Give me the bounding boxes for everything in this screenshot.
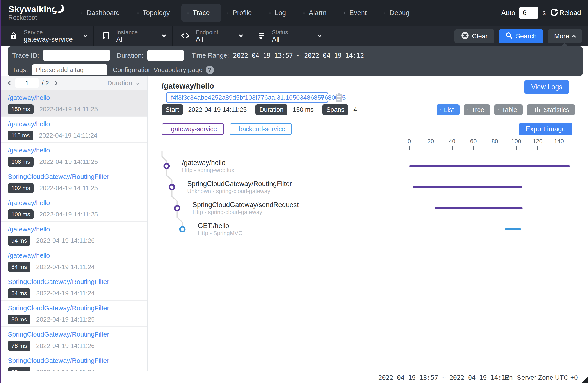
filter-label: Status — [272, 29, 288, 36]
trace-list-item[interactable]: SpringCloudGateway/RoutingFilter80 ms202… — [1, 301, 147, 327]
trace-item-name[interactable]: /gateway/hello — [8, 120, 143, 128]
trace-item-name[interactable]: /gateway/hello — [8, 199, 143, 207]
view-logs-button[interactable]: View Logs — [524, 80, 569, 94]
reload-button[interactable]: Reload — [550, 8, 581, 18]
trace-item-time: 2022-04-19 14:11:26 — [36, 342, 95, 349]
nav-item-event[interactable]: Event — [338, 4, 378, 22]
clipboard-icon[interactable] — [334, 92, 344, 104]
trace-list-item[interactable]: SpringCloudGateway/RoutingFilter78 ms202… — [1, 327, 147, 353]
nav-item-topology[interactable]: Topology — [131, 4, 181, 22]
span-bar[interactable] — [505, 228, 521, 230]
span-name[interactable]: SpringCloudGateway/sendRequest — [192, 201, 299, 209]
trace-title: /gateway/hello — [162, 81, 214, 90]
auto-interval-input[interactable] — [519, 7, 538, 19]
view-mode-tree[interactable]: Tree — [464, 104, 490, 115]
axis-tick-label: 100 — [507, 138, 525, 145]
view-mode-table[interactable]: Table — [494, 104, 523, 115]
trace-list-item[interactable]: SpringCloudGateway/RoutingFilter75 ms202… — [1, 353, 147, 371]
span-name[interactable]: SpringCloudGateway/RoutingFilter — [187, 180, 292, 188]
nav-item-log[interactable]: Log — [263, 4, 297, 22]
trace-item-name[interactable]: SpringCloudGateway/RoutingFilter — [8, 173, 143, 181]
chevron-down-icon — [83, 33, 87, 37]
trace-id-select[interactable]: f4f3f3c34abe4252a89d5bf103f776aa.31.1650… — [166, 92, 328, 103]
span-component: Unknown - spring-cloud-gateway — [187, 188, 270, 195]
trace-item-duration: 108 ms — [8, 157, 34, 167]
search-button[interactable]: Search — [499, 29, 543, 43]
axis-tick-mark — [431, 146, 431, 150]
span-tree-connector — [162, 151, 182, 229]
view-mode-list[interactable]: List — [437, 104, 460, 115]
trace-id-input[interactable] — [43, 50, 110, 61]
nav-item-debug[interactable]: Debug — [378, 4, 421, 22]
more-button[interactable]: More — [548, 29, 582, 43]
nav-item-trace[interactable]: Trace — [181, 4, 221, 22]
trace-list-item[interactable]: /gateway/hello150 ms2022-04-19 14:11:25 — [1, 90, 147, 117]
legend-tag-gateway-service[interactable]: gateway-service — [162, 123, 224, 135]
duration-input[interactable] — [147, 50, 184, 61]
trace-list-item[interactable]: SpringCloudGateway/RoutingFilter84 ms202… — [1, 274, 147, 301]
time-range-value[interactable]: 2022-04-19 13:57 ~ 2022-04-19 14:12 — [233, 52, 364, 59]
trace-list-item[interactable]: SpringCloudGateway/RoutingFilter102 ms20… — [1, 169, 147, 195]
resize-corner — [581, 376, 588, 383]
question-circle-icon[interactable]: ? — [206, 66, 214, 74]
filter-endpoint[interactable]: EndpointAll — [172, 26, 250, 46]
vocabulary-link[interactable]: Configuration Vocabulary page — [113, 66, 203, 74]
span-name[interactable]: GET:/hello — [198, 222, 229, 230]
more-panel-row-1: Trace ID: Duration: Time Range: 2022-04-… — [12, 50, 578, 61]
language-toggle[interactable]: En — [505, 374, 513, 381]
span-node-icon[interactable] — [169, 185, 174, 190]
filter-value: All — [272, 36, 288, 43]
span-node-icon[interactable] — [164, 164, 169, 168]
span-node-icon[interactable] — [175, 206, 180, 211]
span-bar[interactable] — [413, 186, 522, 188]
start-value: 2022-04-19 14:11:25 — [188, 106, 247, 113]
footer-time-range[interactable]: 2022-04-19 13:57 ~ 2022-04-19 14:12 — [378, 374, 509, 382]
trace-item-name[interactable]: /gateway/hello — [8, 146, 143, 154]
export-image-button[interactable]: Export image — [519, 123, 572, 135]
legend-tag-backend-service[interactable]: backend-service — [230, 123, 292, 135]
next-page-button[interactable] — [52, 80, 59, 86]
trace-item-name[interactable]: SpringCloudGateway/RoutingFilter — [8, 278, 143, 286]
filter-status[interactable]: StatusAll — [250, 26, 328, 46]
span-name[interactable]: /gateway/hello — [182, 159, 225, 167]
trace-list-item[interactable]: /gateway/hello100 ms2022-04-19 14:11:25 — [1, 195, 147, 222]
clear-button[interactable]: Clear — [455, 29, 494, 43]
filter-instance[interactable]: InstanceAll — [94, 26, 172, 46]
trace-list-item[interactable]: /gateway/hello94 ms2022-04-19 14:11:26 — [1, 222, 147, 248]
trace-item-time: 2022-04-19 14:11:24 — [39, 132, 97, 139]
trace-list-item[interactable]: /gateway/hello84 ms2022-04-19 14:11:24 — [1, 248, 147, 274]
nav-item-profile[interactable]: Profile — [221, 4, 263, 22]
view-mode-statistics[interactable]: Statistics — [527, 104, 575, 115]
trace-item-duration: 84 ms — [8, 288, 30, 298]
filter-bar: Servicegateway-serviceInstanceAllEndpoin… — [1, 26, 588, 46]
trace-item-name[interactable]: /gateway/hello — [8, 252, 143, 260]
more-panel: Trace ID: Duration: Time Range: 2022-04-… — [8, 46, 583, 76]
span-component: Http - spring-cloud-gateway — [192, 209, 262, 216]
nav-item-alarm[interactable]: Alarm — [297, 4, 338, 22]
trace-item-name[interactable]: /gateway/hello — [8, 225, 143, 233]
trace-item-name[interactable]: SpringCloudGateway/RoutingFilter — [8, 304, 143, 312]
trace-item-name[interactable]: SpringCloudGateway/RoutingFilter — [8, 357, 143, 364]
span-bar[interactable] — [435, 207, 523, 209]
logo-subtitle: Rocketbot — [8, 14, 57, 21]
filter-label: Instance — [116, 29, 138, 36]
server-zone[interactable]: Server Zone UTC +0 — [517, 374, 578, 381]
span-bar[interactable] — [409, 165, 569, 167]
page-number-input[interactable] — [15, 78, 39, 88]
span-node-icon[interactable] — [180, 227, 185, 232]
trace-item-name[interactable]: SpringCloudGateway/RoutingFilter — [8, 330, 143, 338]
filter-service[interactable]: Servicegateway-service — [1, 26, 94, 46]
tags-input[interactable] — [32, 64, 107, 75]
logo[interactable]: Skywalking Rocketbot — [8, 5, 57, 21]
prev-page-button[interactable] — [7, 80, 13, 86]
axis-tick-label: 20 — [422, 138, 440, 145]
nav-item-dashboard[interactable]: Dashboard — [75, 4, 131, 22]
view-mode-buttons: ListTreeTableStatistics — [437, 104, 575, 115]
sort-dropdown[interactable]: Duration — [107, 79, 132, 87]
filter-label: Service — [24, 29, 73, 36]
bar-chart-icon — [534, 106, 541, 114]
trace-list-item[interactable]: /gateway/hello108 ms2022-04-19 14:11:25 — [1, 143, 147, 169]
axis-tick-mark — [473, 146, 474, 150]
trace-item-name[interactable]: /gateway/hello — [8, 94, 143, 102]
trace-list-item[interactable]: /gateway/hello115 ms2022-04-19 14:11:24 — [1, 117, 147, 143]
